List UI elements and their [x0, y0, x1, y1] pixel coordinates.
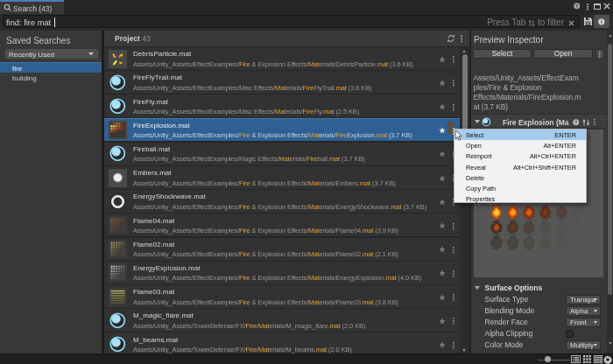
svg-text:?: ? [574, 120, 578, 125]
svg-text:?: ? [575, 3, 579, 9]
